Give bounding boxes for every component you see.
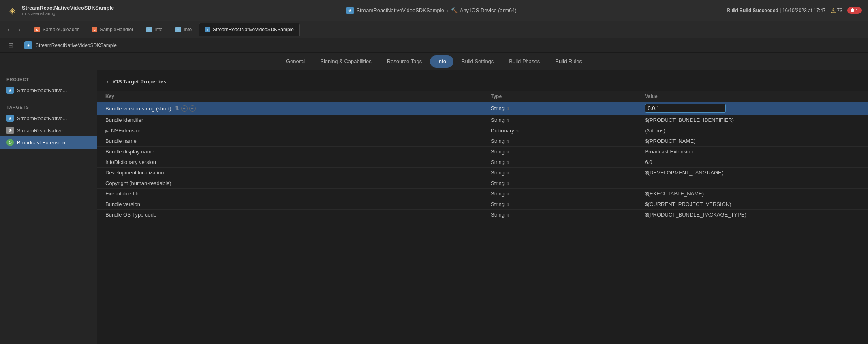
value-cell: $(PRODUCT_BUNDLE_PACKAGE_TYPE)	[637, 210, 868, 220]
warning-count: 73	[837, 8, 842, 13]
tab-info1[interactable]: ≡ Info	[140, 23, 169, 36]
key-cell: Copyright (human-readable)	[97, 178, 483, 189]
toolbar-resource-tags-button[interactable]: Resource Tags	[380, 55, 429, 68]
type-cell: String⇅	[483, 178, 637, 189]
stepper-icon[interactable]: ⇅	[175, 105, 180, 112]
type-stepper-icon[interactable]: ⇅	[506, 181, 509, 186]
tab-label-sampleuploader: SampleUploader	[43, 27, 79, 32]
table-row[interactable]: InfoDictionary versionString⇅6.0	[97, 157, 868, 168]
value-cell: $(DEVELOPMENT_LANGUAGE)	[637, 168, 868, 178]
value-cell: $(PRODUCT_NAME)	[637, 136, 868, 147]
tab-nav: ‹ ›	[3, 25, 24, 34]
sidebar-toggle-button[interactable]: ⊞	[5, 40, 16, 51]
type-stepper-icon[interactable]: ⇅	[506, 192, 509, 196]
value-cell: 6.0	[637, 157, 868, 168]
type-stepper-icon[interactable]: ⇅	[506, 171, 509, 175]
type-cell: String⇅	[483, 157, 637, 168]
key-cell: Development localization	[97, 168, 483, 178]
key-cell: Bundle display name	[97, 147, 483, 157]
title-bar-right: Build Build Succeeded | 16/10/2023 at 17…	[727, 7, 862, 14]
sidebar-divider	[0, 100, 97, 100]
table-row[interactable]: Bundle identifierString⇅$(PRODUCT_BUNDLE…	[97, 115, 868, 125]
expand-arrow-icon[interactable]: ▶	[105, 129, 109, 133]
sidebar: PROJECT ◈ StreamReactNative... TARGETS ◈…	[0, 70, 97, 344]
toolbar-build-rules-button[interactable]: Build Rules	[548, 55, 589, 68]
error-icon: ⬟	[851, 8, 855, 13]
type-cell: String⇅	[483, 147, 637, 157]
add-row-button[interactable]: +	[181, 105, 188, 112]
key-cell: InfoDictionary version	[97, 157, 483, 168]
breadcrumb-device-icon: 🔨	[451, 7, 458, 13]
type-cell: Dictionary⇅	[483, 125, 637, 136]
value-cell[interactable]	[637, 102, 868, 115]
error-badge[interactable]: ⬟ 1	[847, 7, 862, 14]
section-title: iOS Target Properties	[113, 79, 167, 85]
breadcrumb-app-icon: ◈	[24, 41, 32, 49]
sidebar-item-stream-target2[interactable]: ⚙ StreamReactNative...	[0, 124, 97, 136]
table-row[interactable]: Bundle OS Type codeString⇅$(PRODUCT_BUND…	[97, 210, 868, 220]
tab-info2[interactable]: ≡ Info	[169, 23, 198, 36]
content-area: ▼ iOS Target Properties Key Type Value B…	[97, 70, 868, 344]
project-name: StreamReactNativeVideoSDKSample	[22, 5, 114, 11]
value-cell: Broadcast Extension	[637, 147, 868, 157]
tab-label-streamreactnative: StreamReactNativeVideoSDKSample	[213, 27, 294, 32]
type-stepper-icon[interactable]: ⇅	[506, 139, 509, 144]
toolbar-build-phases-button[interactable]: Build Phases	[502, 55, 547, 68]
table-row[interactable]: Bundle display nameString⇅Broadcast Exte…	[97, 147, 868, 157]
nav-back-button[interactable]: ‹	[3, 25, 13, 34]
table-row[interactable]: Executable fileString⇅$(EXECUTABLE_NAME)	[97, 189, 868, 199]
type-stepper-icon[interactable]: ⇅	[506, 150, 509, 154]
key-cell: Bundle version	[97, 199, 483, 210]
sidebar-item-broadcast-ext[interactable]: ↻ Broadcast Extension	[0, 136, 97, 149]
tab-bar: ‹ › S SampleUploader S SampleHandler ≡ I…	[0, 21, 868, 38]
sidebar-targets-label: TARGETS	[0, 103, 97, 112]
table-row[interactable]: Bundle nameString⇅$(PRODUCT_NAME)	[97, 136, 868, 147]
toolbar-general-button[interactable]: General	[279, 55, 312, 68]
breadcrumb-project-name: StreamReactNativeVideoSDKSample	[356, 7, 444, 13]
tab-samplehandler[interactable]: S SampleHandler	[86, 23, 139, 36]
value-cell	[637, 178, 868, 189]
sidebar-item-stream-project[interactable]: ◈ StreamReactNative...	[0, 84, 97, 96]
type-stepper-icon[interactable]: ⇅	[516, 129, 519, 133]
toolbar-info-button[interactable]: Info	[430, 55, 453, 68]
column-header-key: Key	[97, 91, 483, 102]
tab-streamreactnative[interactable]: ◈ StreamReactNativeVideoSDKSample	[199, 23, 300, 36]
type-stepper-icon[interactable]: ⇅	[506, 160, 509, 165]
value-cell: $(EXECUTABLE_NAME)	[637, 189, 868, 199]
nav-forward-button[interactable]: ›	[15, 25, 24, 34]
toolbar-signing-button[interactable]: Signing & Capabilities	[313, 55, 378, 68]
type-cell: String⇅	[483, 102, 637, 115]
table-row[interactable]: Bundle version string (short) ⇅ + − Stri…	[97, 102, 868, 115]
sidebar-item-icon-sync: ↻	[6, 139, 14, 146]
type-cell: String⇅	[483, 115, 637, 125]
value-cell: $(PRODUCT_BUNDLE_IDENTIFIER)	[637, 115, 868, 125]
breadcrumb-project-icon: ◈	[346, 7, 354, 14]
sidebar-item-stream-target1[interactable]: ◈ StreamReactNative...	[0, 112, 97, 124]
type-stepper-icon[interactable]: ⇅	[506, 106, 509, 111]
table-row[interactable]: Bundle versionString⇅$(CURRENT_PROJECT_V…	[97, 199, 868, 210]
type-stepper-icon[interactable]: ⇅	[506, 213, 509, 217]
column-header-type: Type	[483, 91, 637, 102]
title-bar-left: ◈ StreamReactNativeVideoSDKSample rn-scr…	[6, 5, 136, 16]
column-header-value: Value	[637, 91, 868, 102]
table-row[interactable]: Development localizationString⇅$(DEVELOP…	[97, 168, 868, 178]
title-bar-project: StreamReactNativeVideoSDKSample rn-scree…	[22, 5, 114, 16]
value-input[interactable]	[645, 104, 726, 113]
section-collapse-arrow[interactable]: ▼	[105, 79, 109, 84]
main-layout: PROJECT ◈ StreamReactNative... TARGETS ◈…	[0, 70, 868, 344]
tab-sampleuploader[interactable]: S SampleUploader	[28, 23, 85, 36]
type-stepper-icon[interactable]: ⇅	[506, 118, 509, 123]
warning-icon: ⚠	[831, 7, 836, 14]
toolbar-build-settings-button[interactable]: Build Settings	[454, 55, 501, 68]
type-stepper-icon[interactable]: ⇅	[506, 202, 509, 207]
key-cell: Bundle identifier	[97, 115, 483, 125]
section-header: ▼ iOS Target Properties	[97, 79, 868, 85]
table-row[interactable]: ▶NSExtensionDictionary⇅(3 items)	[97, 125, 868, 136]
table-row[interactable]: Copyright (human-readable)String⇅	[97, 178, 868, 189]
remove-row-button[interactable]: −	[189, 105, 196, 112]
key-cell: ▶NSExtension	[97, 125, 483, 136]
value-cell: (3 items)	[637, 125, 868, 136]
warning-badge[interactable]: ⚠ 73	[831, 7, 842, 14]
sidebar-item-label-stream-project: StreamReactNative...	[17, 87, 67, 93]
table-icon: ≡	[146, 27, 152, 32]
